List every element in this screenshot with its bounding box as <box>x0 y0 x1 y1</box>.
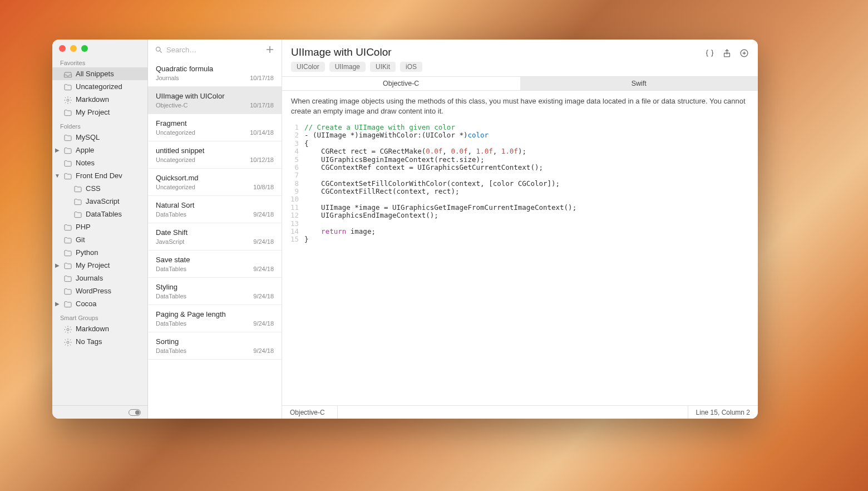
sidebar-item[interactable]: No Tags <box>52 335 147 348</box>
language-tab[interactable]: Objective-C <box>282 77 520 90</box>
sidebar-item[interactable]: JavaScript <box>52 195 147 208</box>
share-icon[interactable] <box>722 48 732 58</box>
sidebar-item[interactable]: Markdown <box>52 93 147 106</box>
sidebar-item[interactable]: Git <box>52 233 147 246</box>
section-header-favorites: Favorites <box>52 57 147 67</box>
snippet-item-category: DataTables <box>156 347 186 354</box>
snippet-item-title: UIImage with UIColor <box>156 92 274 100</box>
svg-line-4 <box>160 51 161 52</box>
sidebar-item[interactable]: Journals <box>52 272 147 284</box>
sidebar-item[interactable]: PHP <box>52 220 147 233</box>
detail-pane: UIImage with UIColor UIColorUIImageUIKit… <box>282 40 758 419</box>
tag[interactable]: iOS <box>400 62 422 72</box>
snippet-item-date: 10/17/18 <box>250 102 274 109</box>
minimize-window-button[interactable] <box>70 45 77 52</box>
sidebar-item[interactable]: ▶Apple <box>52 144 147 156</box>
snippet-list-item[interactable]: Paging & Page lengthDataTables9/24/18 <box>148 305 282 332</box>
snippet-item-date: 9/24/18 <box>253 320 274 327</box>
sidebar-item[interactable]: All Snippets <box>52 67 147 80</box>
code-editor[interactable]: 1// Create a UIImage with given color2- … <box>282 121 758 405</box>
sidebar-item[interactable]: ▶Cocoa <box>52 297 147 310</box>
add-circle-icon[interactable] <box>739 48 749 58</box>
line-number: 7 <box>282 171 304 179</box>
snippet-item-date: 9/24/18 <box>253 266 274 272</box>
sidebar-item-label: No Tags <box>76 337 102 346</box>
sidebar-item-label: CSS <box>86 184 101 193</box>
tag[interactable]: UIColor <box>291 62 325 72</box>
tags-row: UIColorUIImageUIKitiOS <box>282 62 758 76</box>
snippet-item-title: Save state <box>156 256 274 264</box>
disclosure-down-icon[interactable]: ▼ <box>55 173 60 179</box>
folder-icon <box>73 210 82 218</box>
tag[interactable]: UIKit <box>370 62 396 72</box>
status-language[interactable]: Objective-C <box>282 406 338 419</box>
close-window-button[interactable] <box>59 45 66 52</box>
braces-icon[interactable] <box>705 48 714 58</box>
snippet-list-item[interactable]: FragmentUncategorized10/14/18 <box>148 114 282 141</box>
snippet-list-item[interactable]: Quadratic formulaJournals10/17/18 <box>148 60 282 87</box>
line-number: 3 <box>282 140 304 148</box>
snippet-list-item[interactable]: UIImage with UIColorObjective-C10/17/18 <box>148 87 282 114</box>
sidebar-item-label: Python <box>76 248 98 257</box>
snippet-description[interactable]: When creating image objects using the me… <box>282 91 758 121</box>
sidebar-item[interactable]: ▼Front End Dev <box>52 169 147 182</box>
sidebar-item[interactable]: Markdown <box>52 322 147 335</box>
sidebar-item[interactable]: WordPress <box>52 284 147 297</box>
sidebar-item[interactable]: Python <box>52 246 147 259</box>
snippet-item-category: Uncategorized <box>156 156 195 163</box>
folder-icon <box>63 236 72 244</box>
sidebar-item[interactable]: ▶My Project <box>52 259 147 272</box>
zoom-window-button[interactable] <box>81 45 88 52</box>
window-controls <box>52 40 147 56</box>
folder-icon <box>63 134 72 141</box>
snippet-list-item[interactable]: untitled snippetUncategorized10/12/18 <box>148 141 282 169</box>
disclosure-right-icon[interactable]: ▶ <box>55 262 60 268</box>
search-icon <box>155 46 163 54</box>
sidebar-item[interactable]: CSS <box>52 182 147 195</box>
folder-icon <box>63 249 72 257</box>
sidebar-item[interactable]: DataTables <box>52 208 147 220</box>
language-tab[interactable]: Swift <box>520 77 758 90</box>
sidebar-item-label: MySQL <box>76 133 100 141</box>
folder-icon <box>63 172 72 180</box>
sidebar-toggle[interactable] <box>129 409 141 416</box>
snippet-list-item[interactable]: StylingDataTables9/24/18 <box>148 278 282 305</box>
sidebar-item[interactable]: Notes <box>52 156 147 169</box>
line-number: 10 <box>282 195 304 203</box>
sidebar-item-label: Cocoa <box>76 299 97 308</box>
folder-icon <box>63 287 72 295</box>
add-snippet-button[interactable] <box>265 45 275 55</box>
sidebar-item-label: Front End Dev <box>76 171 122 180</box>
search-input[interactable] <box>166 46 262 54</box>
folder-icon <box>63 146 72 154</box>
sidebar-item-label: WordPress <box>76 287 111 295</box>
snippet-list-item[interactable]: Natural SortDataTables9/24/18 <box>148 196 282 223</box>
line-number: 2 <box>282 131 304 139</box>
sidebar-footer <box>52 405 147 419</box>
tag[interactable]: UIImage <box>329 62 366 72</box>
sidebar-item-label: My Project <box>76 108 110 116</box>
line-number: 11 <box>282 204 304 212</box>
disclosure-right-icon[interactable]: ▶ <box>55 147 60 153</box>
svg-point-1 <box>67 328 69 331</box>
app-window: Favorites All SnippetsUncategorizedMarkd… <box>52 40 758 419</box>
disclosure-right-icon[interactable]: ▶ <box>55 301 60 307</box>
gear-icon <box>63 338 72 346</box>
snippet-item-date: 10/8/18 <box>253 184 274 190</box>
sidebar-item[interactable]: MySQL <box>52 131 147 144</box>
snippet-item-category: DataTables <box>156 320 186 327</box>
snippet-item-title: Date Shift <box>156 228 274 237</box>
snippet-title[interactable]: UIImage with UIColor <box>291 46 392 58</box>
snippet-list-item[interactable]: Quicksort.mdUncategorized10/8/18 <box>148 169 282 196</box>
snippet-item-title: Quadratic formula <box>156 65 274 73</box>
snippet-list-item[interactable]: SortingDataTables9/24/18 <box>148 332 282 360</box>
snippet-item-category: DataTables <box>156 266 186 272</box>
line-number: 14 <box>282 228 304 235</box>
snippet-item-date: 10/14/18 <box>250 129 274 136</box>
snippet-list-item[interactable]: Save stateDataTables9/24/18 <box>148 251 282 278</box>
sidebar-item[interactable]: My Project <box>52 106 147 119</box>
snippet-list-item[interactable]: Date ShiftJavaScript9/24/18 <box>148 223 282 251</box>
language-tabs: Objective-CSwift <box>282 76 758 91</box>
sidebar-item[interactable]: Uncategorized <box>52 80 147 93</box>
folder-icon <box>63 83 72 91</box>
